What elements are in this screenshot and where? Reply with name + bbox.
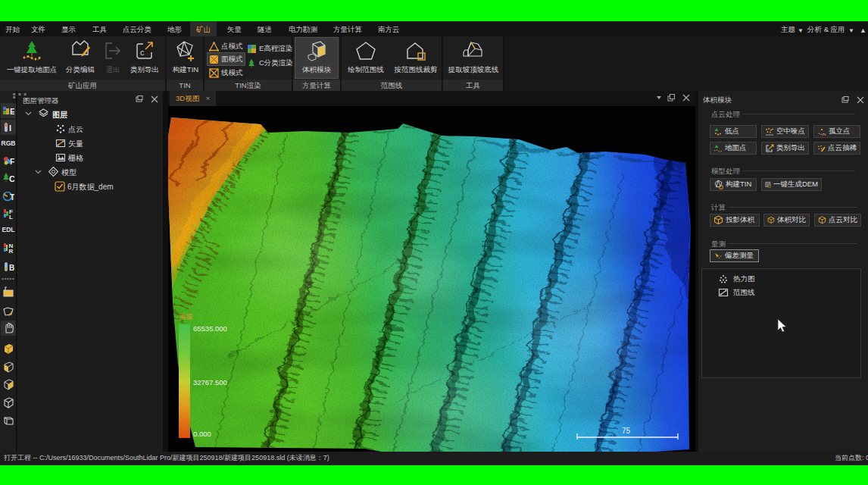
svg-text:T: T (10, 192, 14, 202)
svg-text:VS: VS (822, 133, 826, 136)
svg-text:65535.000: 65535.000 (193, 324, 227, 333)
svg-text:E: E (10, 107, 14, 116)
svg-text:75: 75 (622, 427, 631, 435)
svg-text:c: c (767, 147, 770, 152)
svg-text:R: R (9, 248, 14, 254)
svg-text:海拔: 海拔 (180, 313, 193, 321)
svg-text:B: B (9, 264, 14, 272)
svg-text:I: I (9, 124, 11, 133)
svg-text:C: C (9, 174, 14, 183)
svg-text:0.000: 0.000 (193, 430, 211, 438)
svg-text:32767.500: 32767.500 (193, 378, 227, 386)
svg-text:c: c (140, 48, 145, 57)
svg-text:L: L (9, 214, 13, 220)
svg-text:F: F (10, 157, 14, 166)
